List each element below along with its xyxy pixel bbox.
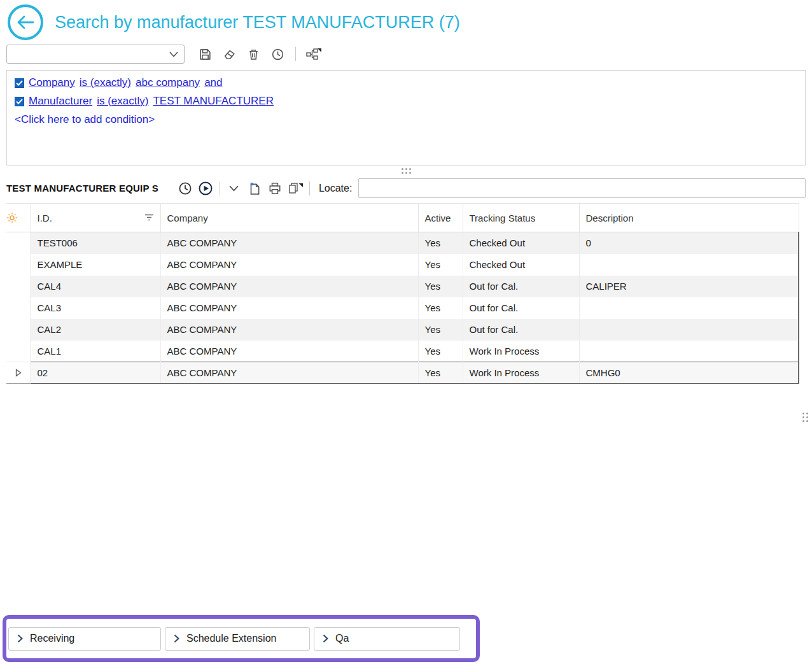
cell-id[interactable]: CAL1: [31, 341, 160, 362]
table-row-selected[interactable]: 02 ABC COMPANY Yes Work In Process CMHG0: [6, 362, 799, 384]
table-row[interactable]: CAL3 ABC COMPANY Yes Out for Cal.: [6, 297, 799, 319]
condition-checkbox[interactable]: [15, 78, 24, 88]
condition-operator-link[interactable]: is (exactly): [80, 76, 131, 89]
cell-active[interactable]: Yes: [418, 232, 463, 254]
table-row[interactable]: CAL4 ABC COMPANY Yes Out for Cal. CALIPE…: [6, 276, 799, 297]
drilldown-qa-button[interactable]: Qa: [314, 627, 460, 651]
filter-toolbar: [0, 42, 812, 69]
column-header-company[interactable]: Company: [160, 204, 418, 232]
row-selector-cell[interactable]: [6, 341, 31, 362]
grid-options-header[interactable]: [6, 204, 31, 232]
row-selector-cell[interactable]: [6, 362, 31, 384]
cell-id[interactable]: CAL3: [31, 297, 160, 319]
field-layout-button[interactable]: [304, 45, 324, 64]
filter-icon[interactable]: [144, 214, 154, 222]
table-row[interactable]: EXAMPLE ABC COMPANY Yes Checked Out: [6, 254, 799, 276]
save-button[interactable]: [195, 45, 215, 64]
cell-tracking[interactable]: Work In Process: [463, 341, 579, 362]
table-row[interactable]: TEST006 ABC COMPANY Yes Checked Out 0: [6, 232, 799, 254]
delete-button[interactable]: [243, 45, 263, 64]
condition-field-link[interactable]: Company: [29, 76, 75, 89]
condition-row: Manufacturer is (exactly) TEST MANUFACTU…: [15, 95, 797, 108]
row-selector-cell[interactable]: [6, 276, 31, 297]
play-icon: [198, 181, 213, 196]
cell-active[interactable]: Yes: [418, 276, 463, 297]
cell-tracking[interactable]: Out for Cal.: [463, 276, 579, 297]
saved-search-combobox[interactable]: [6, 45, 185, 64]
column-header-description[interactable]: Description: [579, 204, 799, 232]
condition-row: Company is (exactly) abc company and: [15, 76, 797, 89]
results-toolbar: TEST MANUFACTURER EQUIP S: [0, 176, 812, 203]
cell-tracking[interactable]: Out for Cal.: [463, 297, 579, 319]
table-row[interactable]: CAL1 ABC COMPANY Yes Work In Process: [6, 341, 799, 362]
table-row[interactable]: CAL2 ABC COMPANY Yes Out for Cal.: [6, 319, 799, 341]
condition-conjunction-link[interactable]: and: [204, 76, 222, 89]
cell-company[interactable]: ABC COMPANY: [160, 297, 418, 319]
cell-description[interactable]: [579, 254, 799, 276]
cell-description[interactable]: CALIPER: [579, 276, 799, 297]
row-selector-cell[interactable]: [6, 232, 31, 254]
cell-id[interactable]: 02: [31, 362, 160, 384]
cell-tracking[interactable]: Checked Out: [463, 254, 579, 276]
cell-company[interactable]: ABC COMPANY: [160, 276, 418, 297]
cell-id[interactable]: EXAMPLE: [31, 254, 160, 276]
cell-company[interactable]: ABC COMPANY: [160, 341, 418, 362]
cell-active[interactable]: Yes: [418, 319, 463, 341]
row-selector-cell[interactable]: [6, 297, 31, 319]
cell-description[interactable]: [579, 297, 799, 319]
locate-input[interactable]: [358, 178, 806, 198]
expand-options-button[interactable]: [224, 179, 244, 198]
cell-description[interactable]: 0: [579, 232, 799, 254]
row-selector-cell[interactable]: [6, 319, 31, 341]
column-header-id[interactable]: I.D.: [31, 204, 160, 232]
column-header-active[interactable]: Active: [418, 204, 463, 232]
condition-operator-link[interactable]: is (exactly): [97, 95, 148, 108]
row-selector-cell[interactable]: [6, 254, 31, 276]
add-condition-link[interactable]: <Click here to add condition>: [15, 113, 797, 126]
cell-company[interactable]: ABC COMPANY: [160, 362, 418, 384]
history-button[interactable]: [267, 45, 288, 64]
cell-company[interactable]: ABC COMPANY: [160, 319, 418, 341]
cell-active[interactable]: Yes: [418, 362, 463, 384]
cell-company[interactable]: ABC COMPANY: [160, 232, 418, 254]
condition-value-link[interactable]: TEST MANUFACTURER: [153, 95, 274, 108]
toolbar-divider: [295, 47, 296, 61]
cell-id[interactable]: TEST006: [31, 232, 160, 254]
cell-active[interactable]: Yes: [418, 254, 463, 276]
drilldown-receiving-button[interactable]: Receiving: [8, 627, 161, 651]
cell-active[interactable]: Yes: [418, 341, 463, 362]
condition-checkbox[interactable]: [15, 97, 24, 106]
run-search-button[interactable]: [195, 179, 216, 198]
horizontal-splitter[interactable]: [0, 166, 812, 176]
cell-tracking[interactable]: Out for Cal.: [463, 319, 579, 341]
annotation-highlight-box: Receiving Schedule Extension Qa: [3, 615, 480, 662]
clock-icon: [178, 181, 192, 195]
cell-id[interactable]: CAL2: [31, 319, 160, 341]
eraser-icon: [223, 48, 236, 61]
field-layout-icon: [305, 47, 322, 61]
cell-description[interactable]: CMHG0: [579, 362, 799, 384]
cell-tracking[interactable]: Work In Process: [463, 362, 579, 384]
cell-tracking[interactable]: Checked Out: [463, 232, 579, 254]
clear-button[interactable]: [219, 45, 239, 64]
grid-header-row: I.D. Company Active Tracking Status Desc…: [6, 204, 799, 232]
chevron-down-icon: [229, 185, 239, 192]
vertical-splitter[interactable]: [802, 413, 808, 422]
column-header-tracking[interactable]: Tracking Status: [463, 204, 579, 232]
print-button[interactable]: [265, 179, 285, 198]
cell-description[interactable]: [579, 341, 799, 362]
new-record-button[interactable]: [244, 179, 265, 198]
app-header: Search by manufacturer TEST MANUFACTURER…: [0, 0, 812, 42]
back-button[interactable]: [8, 4, 43, 40]
cell-id[interactable]: CAL4: [31, 276, 160, 297]
page-title: Search by manufacturer TEST MANUFACTURER…: [55, 13, 460, 32]
cell-description[interactable]: [579, 319, 799, 341]
cell-active[interactable]: Yes: [418, 297, 463, 319]
condition-value-link[interactable]: abc company: [136, 76, 200, 89]
results-history-button[interactable]: [175, 179, 195, 198]
cell-company[interactable]: ABC COMPANY: [160, 254, 418, 276]
condition-field-link[interactable]: Manufacturer: [29, 95, 92, 108]
drilldown-schedule-extension-button[interactable]: Schedule Extension: [165, 627, 310, 651]
drilldown-label: Qa: [335, 633, 349, 644]
preview-button[interactable]: [285, 179, 305, 198]
